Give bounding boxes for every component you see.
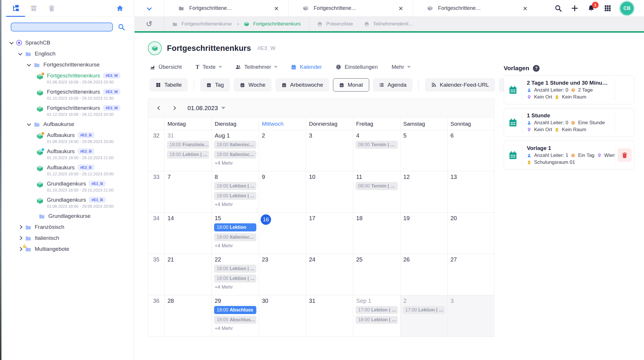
- apps-grid-icon[interactable]: [604, 4, 612, 12]
- breadcrumb-item[interactable]: Fortgeschrittenenkurse: [181, 21, 232, 27]
- calendar-day-cell[interactable]: 20: [448, 213, 495, 254]
- date-picker[interactable]: 01.08.2023: [187, 105, 225, 112]
- calendar-day-cell[interactable]: 31: [306, 295, 353, 337]
- event-chip[interactable]: 18:00Lektion: [214, 223, 256, 231]
- calendar-day-cell[interactable]: 27: [448, 254, 495, 295]
- event-chip[interactable]: 08:00Termin | …: [356, 182, 398, 190]
- calendar-day-cell[interactable]: 30: [259, 295, 306, 337]
- document-link[interactable]: Präsenzliste: [326, 21, 353, 27]
- more-events-link[interactable]: +4 Mehr: [215, 202, 259, 207]
- calendar-day-cell[interactable]: 14: [165, 213, 212, 254]
- archive-icon[interactable]: [29, 4, 38, 13]
- calendar-day-cell[interactable]: 2: [259, 130, 306, 171]
- calendar-day-cell[interactable]: Aug 118:00Italienisc…18:00Italienisc…+4 …: [212, 130, 259, 171]
- tree-item[interactable]: Italienisch: [1, 233, 134, 244]
- event-chip[interactable]: 18:00Lektion | …: [214, 265, 256, 273]
- calendar-day-cell[interactable]: 2218:00Lektion | …18:00Lektion | …+4 Meh…: [212, 254, 259, 295]
- tab-texte[interactable]: T Texte: [196, 64, 221, 70]
- avatar[interactable]: CB: [620, 2, 634, 15]
- calendar-day-cell[interactable]: 23: [259, 254, 306, 295]
- tree-item[interactable]: Multiangebote: [1, 244, 134, 255]
- template-card[interactable]: 1 StundeAnzahl Leiter: 0Eine StundeKein …: [504, 108, 634, 137]
- tree-item[interactable]: Grundlagenkurse: [1, 211, 134, 222]
- calendar-day-cell[interactable]: 2918:00Abschluss18:00Abschlus…+4 Mehr: [212, 295, 259, 337]
- tree-item[interactable]: Fortgeschrittenenkurs#E3_W01.10.2023 18:…: [1, 86, 134, 103]
- template-card[interactable]: 2 Tage 1 Stunde und 30 Minu…Anzahl Leite…: [504, 75, 634, 104]
- trash-icon[interactable]: [47, 4, 56, 13]
- tree-item[interactable]: Aufbaukurs#E2_B01.12.2023 18:00 - 29.12.…: [1, 162, 134, 178]
- calendar-day-cell[interactable]: 18: [353, 213, 400, 254]
- chevron-down-icon[interactable]: [18, 51, 22, 55]
- event-chip[interactable]: 18:00Italienisc…: [214, 233, 256, 241]
- calendar-day-cell[interactable]: 3: [306, 130, 353, 171]
- tab-einstellungen[interactable]: Einstellungen: [336, 64, 378, 70]
- tab-mehr[interactable]: Mehr: [391, 64, 410, 70]
- help-icon[interactable]: ?: [533, 65, 540, 72]
- tree-item[interactable]: Fortgeschrittenenkurs#E3_W01.12.2023 18:…: [1, 103, 134, 119]
- event-chip[interactable]: 18:00Abschlus…: [214, 316, 256, 324]
- tag-button[interactable]: Tag: [200, 78, 230, 92]
- event-chip[interactable]: 17:00Lektion | …: [403, 306, 445, 314]
- calendar-day-cell[interactable]: 3118:00Französis…18:00Lektion | …: [165, 130, 212, 171]
- event-chip[interactable]: 18:00Italienisc…: [214, 141, 256, 149]
- tab-kalender[interactable]: Kalender: [291, 64, 322, 70]
- close-icon[interactable]: ×: [274, 5, 279, 12]
- delete-template-button[interactable]: [618, 148, 632, 162]
- tabelle-button[interactable]: Tabelle: [150, 78, 188, 92]
- tree-item[interactable]: Grundlagenkurs#E1_B01.08.2023 18:00 - 29…: [1, 194, 134, 211]
- breadcrumb-item-current[interactable]: Fortgeschrittenenkurs: [253, 21, 301, 27]
- event-chip[interactable]: 08:00Termin | …: [356, 141, 398, 149]
- tree-view-icon[interactable]: [11, 4, 20, 13]
- event-chip[interactable]: 18:00Lektion | …: [214, 182, 256, 190]
- history-icon[interactable]: ↺: [146, 20, 152, 28]
- more-events-link[interactable]: +4 Mehr: [215, 243, 259, 249]
- calendar-day-cell[interactable]: 6: [448, 130, 495, 171]
- calendar-day-cell[interactable]: 818:00Lektion | …18:00Lektion | …+4 Mehr: [212, 171, 259, 213]
- calendar-day-cell[interactable]: 25: [353, 254, 400, 295]
- tabs-overview-button[interactable]: [135, 7, 164, 10]
- more-events-link[interactable]: +4 Mehr: [215, 284, 259, 290]
- chevron-down-icon[interactable]: [27, 122, 31, 126]
- chevron-down-icon[interactable]: [10, 40, 14, 44]
- tree-item[interactable]: Aufbaukurs#E2_B01.08.2023 18:00 - 29.08.…: [1, 130, 134, 146]
- agenda-button[interactable]: Agenda: [373, 78, 413, 92]
- tab-uebersicht[interactable]: Übersicht: [150, 64, 182, 70]
- calendar-day-cell[interactable]: 24: [306, 254, 353, 295]
- chevron-right-icon[interactable]: [18, 225, 22, 229]
- next-month-button[interactable]: [171, 105, 177, 111]
- calendar-day-cell[interactable]: 408:00Termin | …: [353, 130, 400, 171]
- tree-item[interactable]: Grundlagenkurs#E1_B01.10.2023 18:00 - 29…: [1, 178, 134, 194]
- window-tab[interactable]: Fortgeschrittene… ×: [288, 0, 413, 16]
- calendar-day-cell[interactable]: 217:00Lektion | …: [400, 295, 448, 337]
- more-events-link[interactable]: +4 Mehr: [215, 326, 259, 331]
- calendar-day-cell[interactable]: 3: [448, 295, 495, 337]
- calendar-day-cell[interactable]: 28: [165, 295, 212, 337]
- search-input[interactable]: [11, 23, 113, 31]
- calendar-day-cell[interactable]: 13: [448, 171, 495, 213]
- search-icon[interactable]: [117, 23, 125, 31]
- tab-teilnehmer[interactable]: Teilnehmer: [235, 64, 277, 70]
- add-icon[interactable]: [571, 4, 579, 12]
- notifications-bell-icon[interactable]: 1: [587, 4, 595, 12]
- event-chip[interactable]: 18:00Italienisc…: [214, 151, 256, 159]
- event-chip[interactable]: 18:00Abschluss: [214, 306, 256, 314]
- chevron-right-icon[interactable]: [18, 247, 22, 251]
- event-chip[interactable]: 18:00Französis…: [167, 141, 209, 149]
- event-chip[interactable]: 18:00Lektion | …: [356, 316, 398, 324]
- calendar-day-cell[interactable]: 1518:00Lektion18:00Italienisc…+4 Mehr: [212, 213, 259, 254]
- tree-item[interactable]: SprachCB: [1, 37, 134, 48]
- calendar-day-cell[interactable]: 21: [165, 254, 212, 295]
- tree-item[interactable]: Englisch: [1, 48, 134, 59]
- tree-item[interactable]: Fortgeschrittenenkurs#E3_W01.08.2023 18:…: [1, 70, 134, 86]
- calendar-day-cell[interactable]: 7: [165, 171, 212, 213]
- close-icon[interactable]: ×: [399, 5, 403, 12]
- tree-item[interactable]: Aufbaukurs#E2_B01.10.2023 18:00 - 29.10.…: [1, 146, 134, 162]
- arbeitswoche-button[interactable]: Arbeitswoche: [275, 78, 329, 92]
- window-tab[interactable]: Fortgeschrittene… ×: [413, 0, 537, 16]
- calendar-day-cell[interactable]: 17: [306, 213, 353, 254]
- event-chip[interactable]: 17:00Lektion | …: [356, 306, 398, 314]
- document-link[interactable]: Teilnehmendenli…: [373, 21, 413, 27]
- tree-item[interactable]: Französisch: [1, 222, 134, 233]
- prev-month-button[interactable]: [156, 105, 163, 111]
- window-tab[interactable]: Fortgeschrittene… ×: [164, 0, 288, 16]
